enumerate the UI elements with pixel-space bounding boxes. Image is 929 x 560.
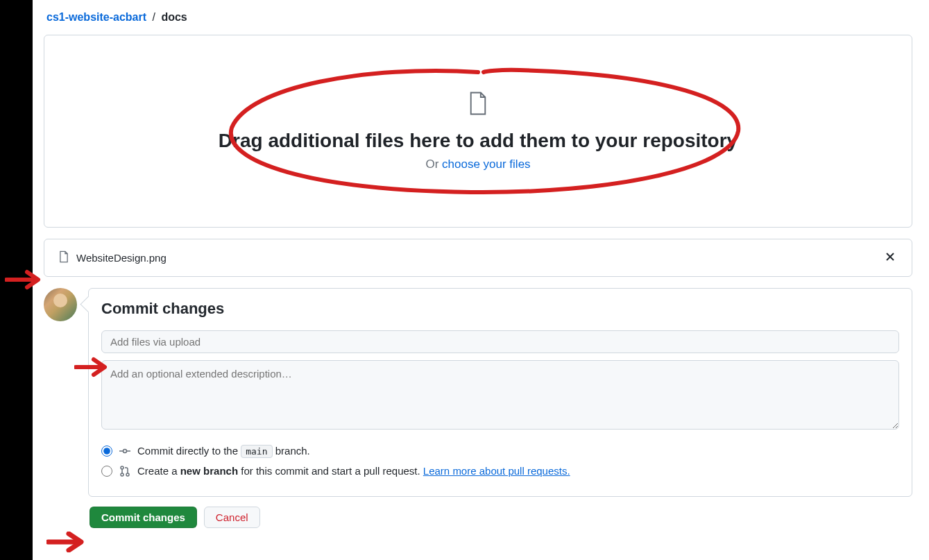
uploaded-file-row: WebsiteDesign.png (44, 239, 912, 277)
avatar (44, 288, 77, 321)
breadcrumb: cs1-website-acbart / docs (44, 11, 912, 24)
svg-point-5 (126, 473, 129, 476)
commit-description-textarea[interactable] (101, 360, 899, 430)
svg-point-4 (121, 473, 123, 476)
radio-direct[interactable] (101, 446, 112, 457)
annotation-arrow-commit-button (46, 532, 88, 552)
commit-changes-button[interactable]: Commit changes (90, 507, 197, 528)
branch-name: main (241, 445, 272, 458)
option-branch-bold: new branch (180, 465, 238, 477)
radio-new-branch[interactable] (101, 466, 112, 477)
file-icon (58, 251, 69, 265)
or-text: Or (425, 158, 442, 171)
file-icon (467, 91, 489, 119)
remove-file-button[interactable] (883, 251, 898, 265)
git-commit-icon (119, 446, 130, 457)
breadcrumb-separator: / (153, 11, 155, 23)
svg-point-3 (121, 466, 123, 469)
commit-panel: Commit changes Commit directly to the ma… (88, 288, 912, 497)
commit-option-direct[interactable]: Commit directly to the main branch. (101, 445, 899, 457)
svg-point-0 (123, 449, 127, 452)
close-icon (885, 252, 895, 262)
drop-zone-heading: Drag additional files here to add them t… (58, 130, 898, 152)
commit-heading: Commit changes (101, 300, 899, 318)
learn-more-link[interactable]: Learn more about pull requests. (423, 465, 570, 477)
choose-files-link[interactable]: choose your files (442, 158, 531, 171)
commit-option-new-branch[interactable]: Create a new branch for this commit and … (101, 465, 899, 477)
option-direct-suffix: branch. (273, 445, 310, 457)
breadcrumb-repo-link[interactable]: cs1-website-acbart (46, 11, 146, 23)
drop-zone-subtext: Or choose your files (58, 158, 898, 171)
commit-summary-input[interactable] (101, 330, 899, 353)
option-direct-prefix: Commit directly to the (137, 445, 241, 457)
cancel-button[interactable]: Cancel (204, 507, 260, 528)
breadcrumb-current: docs (161, 11, 187, 23)
git-pull-request-icon (119, 466, 130, 477)
left-sidebar-spacer (0, 0, 33, 560)
uploaded-file-name: WebsiteDesign.png (76, 252, 167, 264)
file-drop-zone[interactable]: Drag additional files here to add them t… (44, 35, 912, 228)
option-branch-prefix: Create a (137, 465, 180, 477)
option-branch-suffix: for this commit and start a pull request… (238, 465, 423, 477)
